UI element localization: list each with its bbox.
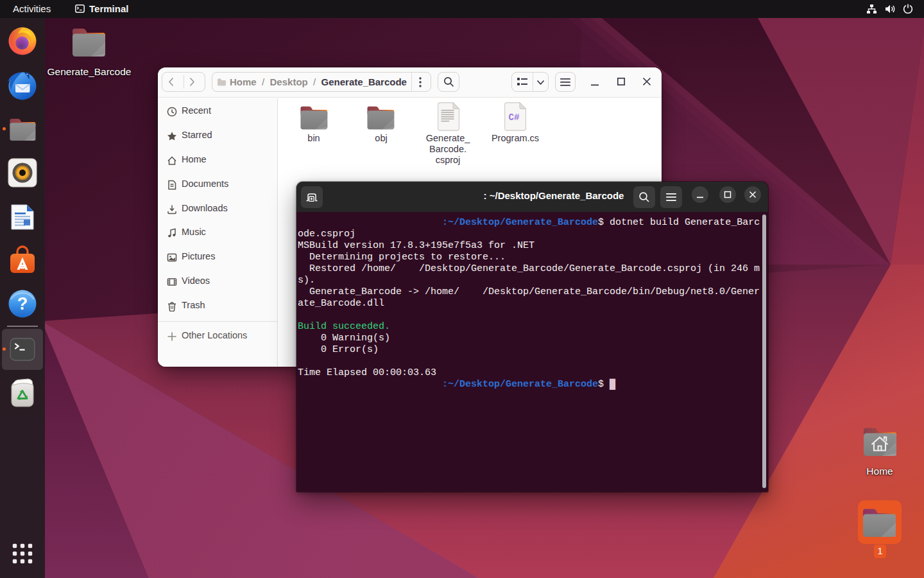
svg-text:?: ? (17, 294, 28, 313)
svg-text:C#: C# (508, 112, 520, 123)
